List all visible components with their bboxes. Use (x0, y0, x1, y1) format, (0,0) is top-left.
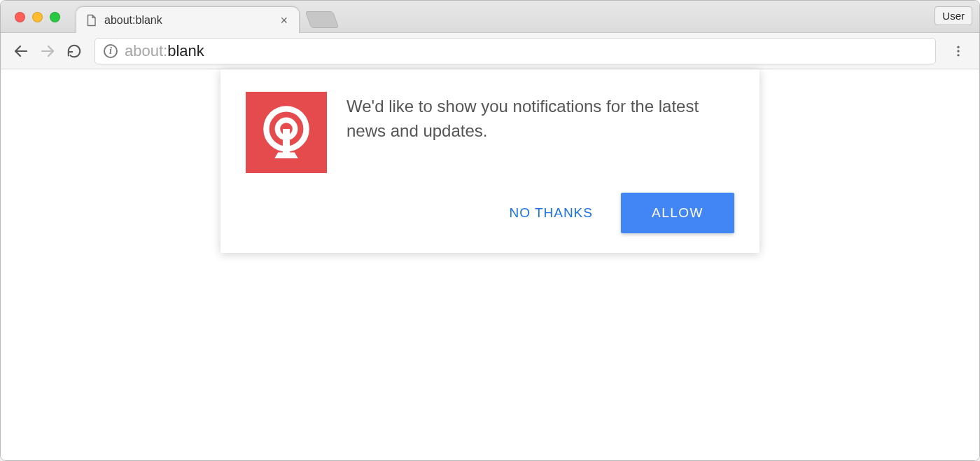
blank-page-icon (85, 14, 97, 27)
close-window-button[interactable] (15, 12, 25, 22)
browser-menu-button[interactable] (947, 40, 969, 62)
browser-toolbar: i about:blank (1, 33, 979, 69)
url-scheme: about: (125, 42, 167, 60)
svg-point-2 (957, 46, 959, 48)
prompt-body: We'd like to show you notifications for … (246, 92, 734, 173)
reload-button[interactable] (64, 41, 85, 62)
browser-tab[interactable]: about:blank × (76, 6, 300, 33)
forward-button[interactable] (37, 41, 58, 62)
onesignal-bell-icon (246, 92, 327, 173)
back-button[interactable] (10, 41, 31, 62)
svg-point-4 (957, 54, 959, 56)
prompt-actions: NO THANKS ALLOW (246, 193, 734, 233)
url-text: about:blank (125, 42, 204, 60)
prompt-message: We'd like to show you notifications for … (346, 92, 734, 173)
maximize-window-button[interactable] (50, 12, 60, 22)
tab-title: about:blank (104, 14, 277, 27)
site-info-icon[interactable]: i (104, 44, 118, 58)
close-tab-button[interactable]: × (277, 14, 290, 27)
new-tab-button[interactable] (305, 11, 340, 28)
page-content: We'd like to show you notifications for … (1, 69, 979, 460)
profile-button[interactable]: User (934, 6, 972, 25)
url-host: blank (167, 42, 204, 60)
notification-permission-prompt: We'd like to show you notifications for … (220, 69, 760, 253)
minimize-window-button[interactable] (32, 12, 43, 22)
svg-point-3 (957, 50, 959, 52)
no-thanks-button[interactable]: NO THANKS (503, 195, 598, 230)
tab-strip: about:blank × User (1, 1, 979, 33)
browser-window: about:blank × User i about:blank (0, 0, 980, 461)
window-controls (9, 12, 66, 32)
address-bar[interactable]: i about:blank (94, 38, 936, 64)
allow-button[interactable]: ALLOW (621, 193, 734, 233)
